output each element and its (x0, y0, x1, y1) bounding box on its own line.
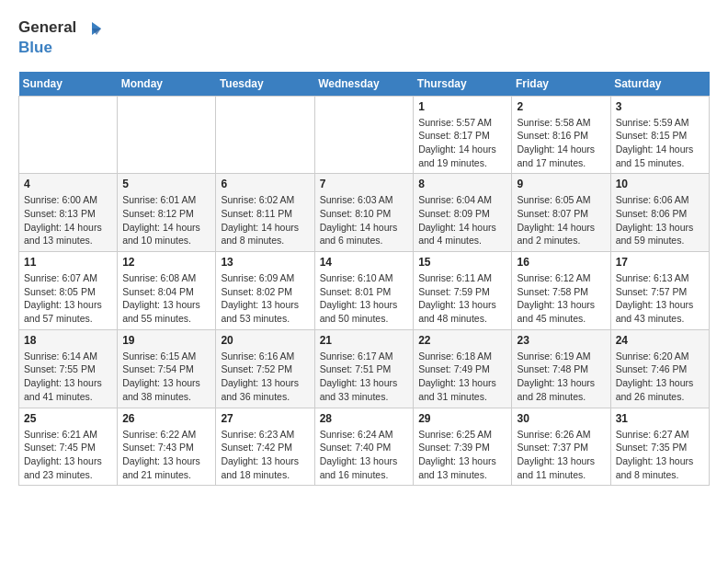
calendar-cell: 10Sunrise: 6:06 AM Sunset: 8:06 PM Dayli… (610, 174, 709, 252)
day-info: Sunrise: 6:15 AM Sunset: 7:54 PM Dayligh… (122, 350, 210, 404)
day-number: 7 (320, 178, 409, 190)
day-info: Sunrise: 6:10 AM Sunset: 8:01 PM Dayligh… (320, 271, 409, 326)
calendar-cell: 14Sunrise: 6:10 AM Sunset: 8:01 PM Dayli… (314, 252, 414, 330)
calendar-cell: 16Sunrise: 6:12 AM Sunset: 7:58 PM Dayli… (512, 252, 610, 330)
day-info: Sunrise: 6:21 AM Sunset: 7:45 PM Dayligh… (24, 428, 112, 482)
day-info: Sunrise: 6:14 AM Sunset: 7:55 PM Dayligh… (24, 350, 112, 404)
calendar-cell: 17Sunrise: 6:13 AM Sunset: 7:57 PM Dayli… (610, 252, 709, 330)
day-number: 20 (221, 334, 309, 347)
day-info: Sunrise: 6:07 AM Sunset: 8:05 PM Dayligh… (24, 271, 112, 326)
day-info: Sunrise: 6:16 AM Sunset: 7:52 PM Dayligh… (221, 350, 309, 404)
calendar-body: 1Sunrise: 5:57 AM Sunset: 8:17 PM Daylig… (19, 96, 710, 486)
calendar-cell (314, 96, 414, 174)
calendar-cell: 21Sunrise: 6:17 AM Sunset: 7:51 PM Dayli… (314, 329, 414, 408)
calendar-week: 4Sunrise: 6:00 AM Sunset: 8:13 PM Daylig… (19, 174, 710, 252)
calendar-cell: 4Sunrise: 6:00 AM Sunset: 8:13 PM Daylig… (19, 174, 118, 252)
calendar-cell: 23Sunrise: 6:19 AM Sunset: 7:48 PM Dayli… (512, 329, 610, 408)
day-number: 16 (517, 256, 605, 269)
day-info: Sunrise: 6:17 AM Sunset: 7:51 PM Dayligh… (320, 350, 409, 404)
calendar-cell: 24Sunrise: 6:20 AM Sunset: 7:46 PM Dayli… (610, 329, 709, 408)
day-info: Sunrise: 6:25 AM Sunset: 7:39 PM Dayligh… (418, 428, 506, 482)
day-number: 24 (616, 334, 704, 347)
day-info: Sunrise: 5:59 AM Sunset: 8:15 PM Dayligh… (616, 116, 704, 170)
day-info: Sunrise: 6:18 AM Sunset: 7:49 PM Dayligh… (418, 350, 506, 404)
calendar-cell: 18Sunrise: 6:14 AM Sunset: 7:55 PM Dayli… (19, 329, 118, 408)
calendar-cell: 27Sunrise: 6:23 AM Sunset: 7:42 PM Dayli… (216, 408, 314, 486)
day-info: Sunrise: 6:09 AM Sunset: 8:02 PM Dayligh… (221, 271, 309, 326)
day-info: Sunrise: 6:04 AM Sunset: 8:09 PM Dayligh… (418, 193, 506, 247)
day-number: 10 (616, 178, 704, 190)
day-number: 3 (616, 100, 704, 113)
day-number: 25 (24, 412, 112, 425)
day-info: Sunrise: 6:22 AM Sunset: 7:43 PM Dayligh… (122, 428, 210, 482)
page-header: General Blue (18, 18, 710, 57)
calendar-table: SundayMondayTuesdayWednesdayThursdayFrid… (18, 72, 710, 487)
day-info: Sunrise: 6:19 AM Sunset: 7:48 PM Dayligh… (517, 350, 605, 404)
calendar-cell: 30Sunrise: 6:26 AM Sunset: 7:37 PM Dayli… (512, 408, 610, 486)
calendar-cell: 5Sunrise: 6:01 AM Sunset: 8:12 PM Daylig… (118, 174, 216, 252)
calendar-cell: 8Sunrise: 6:04 AM Sunset: 8:09 PM Daylig… (414, 174, 512, 252)
day-info: Sunrise: 6:05 AM Sunset: 8:07 PM Dayligh… (517, 193, 605, 247)
calendar-cell: 20Sunrise: 6:16 AM Sunset: 7:52 PM Dayli… (216, 329, 314, 408)
day-number: 15 (418, 256, 506, 269)
day-info: Sunrise: 6:27 AM Sunset: 7:35 PM Dayligh… (616, 428, 704, 482)
day-info: Sunrise: 5:58 AM Sunset: 8:16 PM Dayligh… (517, 116, 605, 170)
day-info: Sunrise: 6:08 AM Sunset: 8:04 PM Dayligh… (122, 271, 210, 326)
day-info: Sunrise: 6:20 AM Sunset: 7:46 PM Dayligh… (616, 350, 704, 404)
day-number: 11 (24, 256, 112, 269)
day-info: Sunrise: 6:03 AM Sunset: 8:10 PM Dayligh… (320, 193, 409, 247)
day-info: Sunrise: 5:57 AM Sunset: 8:17 PM Dayligh… (418, 116, 506, 170)
calendar-cell: 25Sunrise: 6:21 AM Sunset: 7:45 PM Dayli… (19, 408, 118, 486)
day-number: 19 (122, 334, 210, 347)
calendar-cell: 29Sunrise: 6:25 AM Sunset: 7:39 PM Dayli… (414, 408, 512, 486)
header-row: SundayMondayTuesdayWednesdayThursdayFrid… (19, 72, 710, 97)
day-number: 17 (616, 256, 704, 269)
calendar-week: 11Sunrise: 6:07 AM Sunset: 8:05 PM Dayli… (19, 252, 710, 330)
calendar-cell (216, 96, 314, 174)
logo-arrow-icon (83, 18, 103, 39)
calendar-week: 18Sunrise: 6:14 AM Sunset: 7:55 PM Dayli… (19, 329, 710, 408)
day-number: 21 (320, 334, 409, 347)
calendar-cell: 15Sunrise: 6:11 AM Sunset: 7:59 PM Dayli… (414, 252, 512, 330)
day-number: 29 (418, 412, 506, 425)
calendar-cell: 7Sunrise: 6:03 AM Sunset: 8:10 PM Daylig… (314, 174, 414, 252)
day-number: 22 (418, 334, 506, 347)
header-day: Monday (118, 72, 216, 97)
calendar-cell: 2Sunrise: 5:58 AM Sunset: 8:16 PM Daylig… (512, 96, 610, 174)
day-info: Sunrise: 6:11 AM Sunset: 7:59 PM Dayligh… (418, 271, 506, 326)
day-number: 4 (24, 178, 112, 190)
day-number: 28 (320, 412, 409, 425)
day-number: 6 (221, 178, 309, 190)
header-day: Thursday (414, 72, 512, 97)
calendar-header: SundayMondayTuesdayWednesdayThursdayFrid… (19, 72, 710, 97)
header-day: Tuesday (216, 72, 314, 97)
header-day: Wednesday (314, 72, 414, 97)
day-number: 2 (517, 100, 605, 113)
day-info: Sunrise: 6:12 AM Sunset: 7:58 PM Dayligh… (517, 271, 605, 326)
day-info: Sunrise: 6:23 AM Sunset: 7:42 PM Dayligh… (221, 428, 309, 482)
day-info: Sunrise: 6:01 AM Sunset: 8:12 PM Dayligh… (122, 193, 210, 247)
calendar-cell: 11Sunrise: 6:07 AM Sunset: 8:05 PM Dayli… (19, 252, 118, 330)
calendar-cell: 3Sunrise: 5:59 AM Sunset: 8:15 PM Daylig… (610, 96, 709, 174)
logo: General Blue (18, 18, 103, 57)
day-info: Sunrise: 6:00 AM Sunset: 8:13 PM Dayligh… (24, 193, 112, 247)
calendar-cell: 22Sunrise: 6:18 AM Sunset: 7:49 PM Dayli… (414, 329, 512, 408)
calendar-cell: 13Sunrise: 6:09 AM Sunset: 8:02 PM Dayli… (216, 252, 314, 330)
day-info: Sunrise: 6:24 AM Sunset: 7:40 PM Dayligh… (320, 428, 409, 482)
day-info: Sunrise: 6:06 AM Sunset: 8:06 PM Dayligh… (616, 193, 704, 247)
calendar-week: 1Sunrise: 5:57 AM Sunset: 8:17 PM Daylig… (19, 96, 710, 174)
calendar-cell: 6Sunrise: 6:02 AM Sunset: 8:11 PM Daylig… (216, 174, 314, 252)
header-day: Sunday (19, 72, 118, 97)
header-day: Saturday (610, 72, 709, 97)
calendar-cell (118, 96, 216, 174)
calendar-cell: 31Sunrise: 6:27 AM Sunset: 7:35 PM Dayli… (610, 408, 709, 486)
day-number: 8 (418, 178, 506, 190)
header-day: Friday (512, 72, 610, 97)
day-number: 14 (320, 256, 409, 269)
calendar-cell: 28Sunrise: 6:24 AM Sunset: 7:40 PM Dayli… (314, 408, 414, 486)
day-number: 1 (418, 100, 506, 113)
day-number: 9 (517, 178, 605, 190)
calendar-week: 25Sunrise: 6:21 AM Sunset: 7:45 PM Dayli… (19, 408, 710, 486)
day-number: 31 (616, 412, 704, 425)
day-info: Sunrise: 6:02 AM Sunset: 8:11 PM Dayligh… (221, 193, 309, 247)
